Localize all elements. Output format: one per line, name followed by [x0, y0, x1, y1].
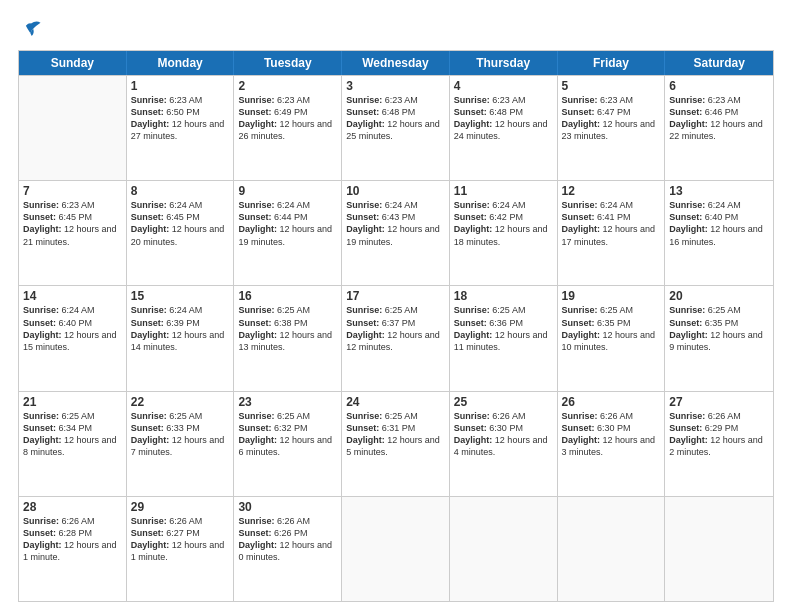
calendar-row-3: 21Sunrise: 6:25 AMSunset: 6:34 PMDayligh…: [19, 391, 773, 496]
cell-sun-info: Sunrise: 6:24 AMSunset: 6:42 PMDaylight:…: [454, 199, 553, 248]
day-number: 30: [238, 500, 337, 514]
calendar-day-9: 9Sunrise: 6:24 AMSunset: 6:44 PMDaylight…: [234, 181, 342, 285]
calendar-day-10: 10Sunrise: 6:24 AMSunset: 6:43 PMDayligh…: [342, 181, 450, 285]
calendar-row-2: 14Sunrise: 6:24 AMSunset: 6:40 PMDayligh…: [19, 285, 773, 390]
day-number: 16: [238, 289, 337, 303]
cell-sun-info: Sunrise: 6:25 AMSunset: 6:36 PMDaylight:…: [454, 304, 553, 353]
cell-sun-info: Sunrise: 6:24 AMSunset: 6:43 PMDaylight:…: [346, 199, 445, 248]
calendar-day-20: 20Sunrise: 6:25 AMSunset: 6:35 PMDayligh…: [665, 286, 773, 390]
calendar-day-1: 1Sunrise: 6:23 AMSunset: 6:50 PMDaylight…: [127, 76, 235, 180]
cell-sun-info: Sunrise: 6:25 AMSunset: 6:31 PMDaylight:…: [346, 410, 445, 459]
day-number: 22: [131, 395, 230, 409]
cell-sun-info: Sunrise: 6:26 AMSunset: 6:27 PMDaylight:…: [131, 515, 230, 564]
calendar-day-16: 16Sunrise: 6:25 AMSunset: 6:38 PMDayligh…: [234, 286, 342, 390]
calendar-day-24: 24Sunrise: 6:25 AMSunset: 6:31 PMDayligh…: [342, 392, 450, 496]
day-number: 11: [454, 184, 553, 198]
day-number: 23: [238, 395, 337, 409]
calendar-day-7: 7Sunrise: 6:23 AMSunset: 6:45 PMDaylight…: [19, 181, 127, 285]
cell-sun-info: Sunrise: 6:23 AMSunset: 6:46 PMDaylight:…: [669, 94, 769, 143]
cell-sun-info: Sunrise: 6:23 AMSunset: 6:47 PMDaylight:…: [562, 94, 661, 143]
calendar-header: SundayMondayTuesdayWednesdayThursdayFrid…: [19, 51, 773, 75]
weekday-header-thursday: Thursday: [450, 51, 558, 75]
calendar-day-14: 14Sunrise: 6:24 AMSunset: 6:40 PMDayligh…: [19, 286, 127, 390]
weekday-header-wednesday: Wednesday: [342, 51, 450, 75]
calendar-day-28: 28Sunrise: 6:26 AMSunset: 6:28 PMDayligh…: [19, 497, 127, 601]
calendar-day-23: 23Sunrise: 6:25 AMSunset: 6:32 PMDayligh…: [234, 392, 342, 496]
day-number: 13: [669, 184, 769, 198]
calendar-empty-cell: [342, 497, 450, 601]
calendar-day-30: 30Sunrise: 6:26 AMSunset: 6:26 PMDayligh…: [234, 497, 342, 601]
cell-sun-info: Sunrise: 6:23 AMSunset: 6:48 PMDaylight:…: [346, 94, 445, 143]
calendar-body: 1Sunrise: 6:23 AMSunset: 6:50 PMDaylight…: [19, 75, 773, 601]
day-number: 14: [23, 289, 122, 303]
day-number: 15: [131, 289, 230, 303]
calendar-day-5: 5Sunrise: 6:23 AMSunset: 6:47 PMDaylight…: [558, 76, 666, 180]
cell-sun-info: Sunrise: 6:24 AMSunset: 6:44 PMDaylight:…: [238, 199, 337, 248]
calendar-day-3: 3Sunrise: 6:23 AMSunset: 6:48 PMDaylight…: [342, 76, 450, 180]
cell-sun-info: Sunrise: 6:25 AMSunset: 6:32 PMDaylight:…: [238, 410, 337, 459]
day-number: 2: [238, 79, 337, 93]
calendar-day-22: 22Sunrise: 6:25 AMSunset: 6:33 PMDayligh…: [127, 392, 235, 496]
day-number: 3: [346, 79, 445, 93]
calendar-row-1: 7Sunrise: 6:23 AMSunset: 6:45 PMDaylight…: [19, 180, 773, 285]
weekday-header-tuesday: Tuesday: [234, 51, 342, 75]
day-number: 26: [562, 395, 661, 409]
day-number: 5: [562, 79, 661, 93]
cell-sun-info: Sunrise: 6:24 AMSunset: 6:40 PMDaylight:…: [669, 199, 769, 248]
calendar-day-21: 21Sunrise: 6:25 AMSunset: 6:34 PMDayligh…: [19, 392, 127, 496]
day-number: 25: [454, 395, 553, 409]
day-number: 7: [23, 184, 122, 198]
page: SundayMondayTuesdayWednesdayThursdayFrid…: [0, 0, 792, 612]
calendar-empty-cell: [19, 76, 127, 180]
cell-sun-info: Sunrise: 6:26 AMSunset: 6:29 PMDaylight:…: [669, 410, 769, 459]
cell-sun-info: Sunrise: 6:24 AMSunset: 6:39 PMDaylight:…: [131, 304, 230, 353]
day-number: 19: [562, 289, 661, 303]
cell-sun-info: Sunrise: 6:25 AMSunset: 6:33 PMDaylight:…: [131, 410, 230, 459]
day-number: 12: [562, 184, 661, 198]
cell-sun-info: Sunrise: 6:26 AMSunset: 6:30 PMDaylight:…: [562, 410, 661, 459]
cell-sun-info: Sunrise: 6:25 AMSunset: 6:34 PMDaylight:…: [23, 410, 122, 459]
cell-sun-info: Sunrise: 6:24 AMSunset: 6:40 PMDaylight:…: [23, 304, 122, 353]
calendar-empty-cell: [558, 497, 666, 601]
weekday-header-saturday: Saturday: [665, 51, 773, 75]
cell-sun-info: Sunrise: 6:25 AMSunset: 6:35 PMDaylight:…: [562, 304, 661, 353]
day-number: 4: [454, 79, 553, 93]
calendar: SundayMondayTuesdayWednesdayThursdayFrid…: [18, 50, 774, 602]
cell-sun-info: Sunrise: 6:26 AMSunset: 6:26 PMDaylight:…: [238, 515, 337, 564]
cell-sun-info: Sunrise: 6:26 AMSunset: 6:30 PMDaylight:…: [454, 410, 553, 459]
cell-sun-info: Sunrise: 6:24 AMSunset: 6:45 PMDaylight:…: [131, 199, 230, 248]
day-number: 21: [23, 395, 122, 409]
calendar-row-0: 1Sunrise: 6:23 AMSunset: 6:50 PMDaylight…: [19, 75, 773, 180]
calendar-day-13: 13Sunrise: 6:24 AMSunset: 6:40 PMDayligh…: [665, 181, 773, 285]
cell-sun-info: Sunrise: 6:23 AMSunset: 6:49 PMDaylight:…: [238, 94, 337, 143]
header: [18, 18, 774, 40]
weekday-header-monday: Monday: [127, 51, 235, 75]
calendar-day-25: 25Sunrise: 6:26 AMSunset: 6:30 PMDayligh…: [450, 392, 558, 496]
calendar-day-27: 27Sunrise: 6:26 AMSunset: 6:29 PMDayligh…: [665, 392, 773, 496]
calendar-day-18: 18Sunrise: 6:25 AMSunset: 6:36 PMDayligh…: [450, 286, 558, 390]
day-number: 6: [669, 79, 769, 93]
calendar-day-29: 29Sunrise: 6:26 AMSunset: 6:27 PMDayligh…: [127, 497, 235, 601]
day-number: 24: [346, 395, 445, 409]
cell-sun-info: Sunrise: 6:23 AMSunset: 6:50 PMDaylight:…: [131, 94, 230, 143]
calendar-day-8: 8Sunrise: 6:24 AMSunset: 6:45 PMDaylight…: [127, 181, 235, 285]
cell-sun-info: Sunrise: 6:24 AMSunset: 6:41 PMDaylight:…: [562, 199, 661, 248]
cell-sun-info: Sunrise: 6:26 AMSunset: 6:28 PMDaylight:…: [23, 515, 122, 564]
weekday-header-friday: Friday: [558, 51, 666, 75]
day-number: 8: [131, 184, 230, 198]
calendar-day-15: 15Sunrise: 6:24 AMSunset: 6:39 PMDayligh…: [127, 286, 235, 390]
calendar-empty-cell: [450, 497, 558, 601]
calendar-day-6: 6Sunrise: 6:23 AMSunset: 6:46 PMDaylight…: [665, 76, 773, 180]
calendar-row-4: 28Sunrise: 6:26 AMSunset: 6:28 PMDayligh…: [19, 496, 773, 601]
weekday-header-sunday: Sunday: [19, 51, 127, 75]
logo-text: [18, 18, 42, 40]
calendar-day-11: 11Sunrise: 6:24 AMSunset: 6:42 PMDayligh…: [450, 181, 558, 285]
day-number: 17: [346, 289, 445, 303]
calendar-empty-cell: [665, 497, 773, 601]
cell-sun-info: Sunrise: 6:23 AMSunset: 6:45 PMDaylight:…: [23, 199, 122, 248]
calendar-day-2: 2Sunrise: 6:23 AMSunset: 6:49 PMDaylight…: [234, 76, 342, 180]
day-number: 27: [669, 395, 769, 409]
day-number: 18: [454, 289, 553, 303]
day-number: 9: [238, 184, 337, 198]
calendar-day-4: 4Sunrise: 6:23 AMSunset: 6:48 PMDaylight…: [450, 76, 558, 180]
